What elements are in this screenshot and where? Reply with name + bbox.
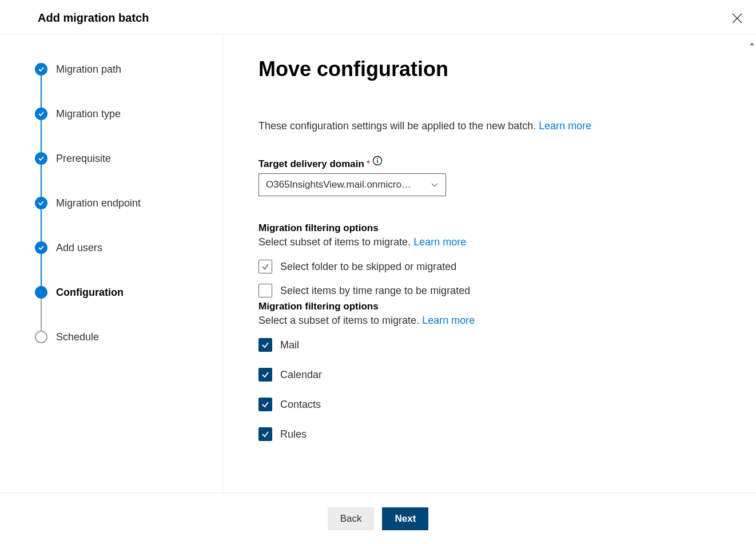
check-icon [261,371,269,379]
step-label: Migration type [56,108,121,120]
checkbox-row-rules: Rules [258,427,722,441]
checkbox-row-folder: Select folder to be skipped or migrated [258,260,722,273]
next-button[interactable]: Next [382,507,428,530]
checkbox-folder-filter[interactable] [258,260,272,273]
intro-text-span: These configuration settings will be app… [258,120,539,132]
intro-text: These configuration settings will be app… [258,120,722,132]
close-button[interactable] [731,12,743,25]
dropdown-selected-value: O365InsightsView.mail.onmicro… [266,179,426,190]
filter-sub-text: Select a subset of items to migrate. [258,315,422,326]
step-add-users[interactable]: Add users [34,241,211,286]
back-button[interactable]: Back [328,507,375,530]
checkbox-time-filter[interactable] [258,284,272,297]
svg-point-1 [377,158,378,160]
filter-section-subtitle-2: Select a subset of items to migrate. Lea… [258,315,722,327]
filter-sub-text: Select subset of items to migrate. [258,236,413,248]
step-migration-path[interactable]: Migration path [34,63,211,108]
step-prerequisite[interactable]: Prerequisite [34,152,211,197]
checkbox-label: Contacts [280,399,321,411]
learn-more-link[interactable]: Learn more [422,315,475,326]
checkbox-row-calendar: Calendar [258,368,722,382]
header: Add migration batch [0,0,756,34]
check-icon [261,341,269,349]
step-label: Schedule [56,331,99,343]
checkbox-row-mail: Mail [258,338,722,352]
checkbox-contacts[interactable] [258,398,272,411]
check-circle-icon [35,241,47,254]
required-asterisk: * [367,158,371,170]
upcoming-step-icon [35,331,47,343]
page-header-title: Add migration batch [38,11,149,25]
step-label: Configuration [56,286,124,299]
wizard-steps-sidebar: Migration path Migration type Prerequisi… [0,34,223,494]
checkbox-row-contacts: Contacts [258,398,722,411]
filter-section-title-2: Migration filtering options [258,301,722,312]
step-label: Add users [56,241,102,254]
step-label: Migration endpoint [56,197,141,209]
check-circle-icon [35,152,47,165]
step-migration-type[interactable]: Migration type [34,108,211,152]
info-icon[interactable] [372,156,383,166]
check-icon [261,430,269,438]
learn-more-link[interactable]: Learn more [539,120,591,132]
chevron-down-icon [431,181,439,189]
check-circle-icon [35,197,47,209]
step-label: Migration path [56,63,121,76]
svg-rect-2 [377,160,378,163]
footer: Back Next [0,493,756,544]
checkbox-calendar[interactable] [258,368,272,382]
target-domain-dropdown[interactable]: O365InsightsView.mail.onmicro… [258,173,446,196]
check-icon [261,263,269,271]
checkbox-row-time: Select items by time range to be migrate… [258,284,722,297]
filter-section-subtitle: Select subset of items to migrate. Learn… [258,236,722,248]
scroll-up-icon[interactable] [748,40,756,48]
checkbox-label: Select folder to be skipped or migrated [280,261,456,273]
checkbox-label: Select items by time range to be migrate… [280,285,470,297]
filter-section-title: Migration filtering options [258,223,722,234]
page-title: Move configuration [258,57,722,81]
checkbox-label: Mail [280,339,299,351]
main-content: Move configuration These configuration s… [223,34,756,494]
step-configuration[interactable]: Configuration [34,286,211,331]
current-step-icon [35,286,47,299]
check-circle-icon [35,108,47,120]
step-schedule[interactable]: Schedule [34,331,211,343]
target-domain-label: Target delivery domain * [258,158,722,170]
check-circle-icon [35,63,47,76]
close-icon [732,13,742,23]
check-icon [261,400,269,408]
checkbox-label: Calendar [280,369,322,381]
step-label: Prerequisite [56,152,111,165]
checkbox-rules[interactable] [258,427,272,441]
step-migration-endpoint[interactable]: Migration endpoint [34,197,211,241]
checkbox-label: Rules [280,428,307,440]
checkbox-mail[interactable] [258,338,272,352]
learn-more-link[interactable]: Learn more [413,236,466,248]
target-domain-label-text: Target delivery domain [258,158,364,170]
